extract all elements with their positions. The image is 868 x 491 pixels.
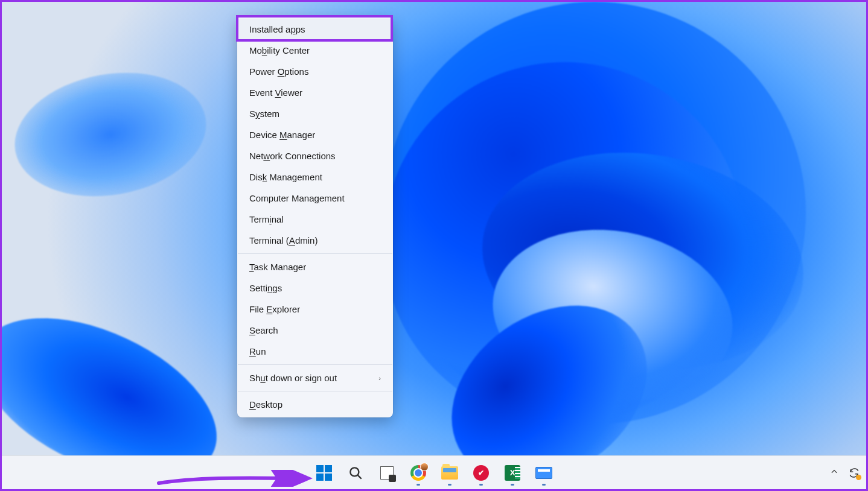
chrome-icon bbox=[410, 465, 426, 481]
system-tray bbox=[826, 456, 860, 489]
menu-item-network-connections[interactable]: Network Connections bbox=[237, 145, 393, 166]
desktop-wallpaper[interactable] bbox=[2, 2, 866, 489]
menu-item-label: Mobility Center bbox=[249, 45, 310, 55]
tray-overflow-button[interactable] bbox=[826, 464, 842, 481]
search-icon bbox=[348, 465, 363, 481]
chevron-up-icon bbox=[830, 467, 838, 476]
wallpaper-shape bbox=[5, 59, 216, 211]
menu-item-installed-apps[interactable]: Installed apps bbox=[237, 19, 393, 40]
menu-item-terminal-admin[interactable]: Terminal (Admin) bbox=[237, 230, 393, 251]
menu-item-search[interactable]: Search bbox=[237, 320, 393, 341]
taskbar: ✔ X bbox=[2, 455, 866, 489]
windows-logo-icon bbox=[316, 465, 332, 481]
svg-point-0 bbox=[350, 467, 359, 476]
menu-item-label: Installed apps bbox=[249, 24, 305, 34]
menu-item-label: Power Options bbox=[249, 66, 308, 77]
running-indicator bbox=[511, 484, 514, 486]
menu-item-computer-management[interactable]: Computer Management bbox=[237, 188, 393, 209]
menu-item-label: System bbox=[249, 109, 279, 119]
file-explorer-button[interactable] bbox=[436, 460, 463, 486]
menu-item-file-explorer[interactable]: File Explorer bbox=[237, 299, 393, 320]
sync-warning-badge-icon bbox=[856, 475, 861, 480]
menu-item-desktop[interactable]: Desktop bbox=[237, 394, 393, 415]
chevron-right-icon: › bbox=[378, 375, 381, 382]
running-indicator bbox=[416, 484, 420, 486]
menu-item-label: Device Manager bbox=[249, 130, 315, 140]
menu-item-device-manager[interactable]: Device Manager bbox=[237, 124, 393, 145]
running-indicator bbox=[479, 484, 483, 486]
winx-context-menu: Installed appsMobility CenterPower Optio… bbox=[237, 16, 393, 417]
menu-item-label: Disk Management bbox=[249, 172, 322, 182]
menu-item-mobility-center[interactable]: Mobility Center bbox=[237, 40, 393, 61]
menu-item-system[interactable]: System bbox=[237, 103, 393, 124]
menu-item-label: Network Connections bbox=[249, 151, 336, 161]
menu-separator bbox=[238, 364, 392, 365]
menu-item-label: Settings bbox=[249, 283, 282, 293]
svg-line-1 bbox=[358, 475, 362, 478]
start-button[interactable] bbox=[311, 460, 337, 486]
menu-item-terminal[interactable]: Terminal bbox=[237, 209, 393, 230]
running-indicator bbox=[448, 484, 452, 486]
menu-item-shut-down-or-sign-out[interactable]: Shut down or sign out› bbox=[237, 367, 393, 388]
running-indicator bbox=[542, 484, 546, 486]
menu-item-settings[interactable]: Settings bbox=[237, 277, 393, 299]
menu-item-label: Desktop bbox=[249, 399, 282, 410]
menu-item-label: File Explorer bbox=[249, 304, 300, 314]
menu-item-label: Search bbox=[249, 325, 278, 335]
excel-button[interactable]: X bbox=[499, 460, 526, 486]
task-view-button[interactable] bbox=[374, 460, 400, 486]
chrome-button[interactable] bbox=[405, 460, 432, 486]
todoist-button[interactable]: ✔ bbox=[468, 460, 494, 486]
todoist-icon: ✔ bbox=[473, 465, 489, 481]
menu-item-label: Run bbox=[249, 346, 266, 356]
onedrive-sync-button[interactable] bbox=[848, 467, 860, 479]
taskbar-pinned-apps: ✔ X bbox=[311, 460, 557, 486]
folder-icon bbox=[441, 466, 458, 480]
menu-item-label: Task Manager bbox=[249, 262, 306, 272]
profile-avatar-icon bbox=[420, 463, 429, 471]
menu-item-label: Shut down or sign out bbox=[249, 373, 337, 383]
menu-separator bbox=[238, 391, 392, 391]
menu-separator bbox=[238, 253, 392, 254]
menu-item-disk-management[interactable]: Disk Management bbox=[237, 166, 393, 188]
excel-icon: X bbox=[505, 465, 520, 481]
menu-item-label: Computer Management bbox=[249, 193, 345, 203]
search-button[interactable] bbox=[342, 460, 369, 486]
menu-item-task-manager[interactable]: Task Manager bbox=[237, 256, 393, 277]
menu-item-label: Event Viewer bbox=[249, 87, 302, 98]
menu-item-label: Terminal (Admin) bbox=[249, 235, 318, 246]
task-view-icon bbox=[380, 466, 394, 480]
menu-item-run[interactable]: Run bbox=[237, 341, 393, 362]
menu-item-event-viewer[interactable]: Event Viewer bbox=[237, 82, 393, 103]
menu-item-power-options[interactable]: Power Options bbox=[237, 61, 393, 82]
run-dialog-icon bbox=[535, 467, 552, 479]
run-dialog-button[interactable] bbox=[531, 460, 557, 486]
menu-item-label: Terminal bbox=[249, 214, 284, 224]
